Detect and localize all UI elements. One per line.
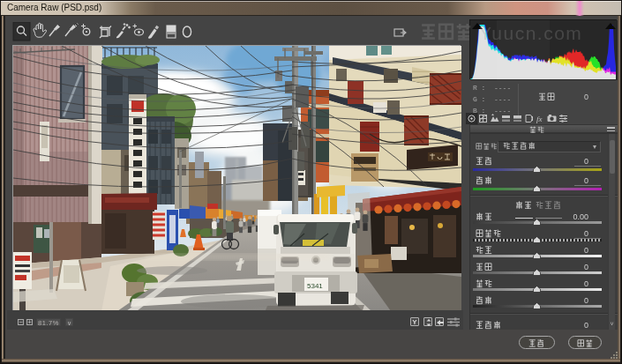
svg-text:5341: 5341 — [307, 282, 323, 290]
svg-text:fx: fx — [536, 115, 543, 123]
